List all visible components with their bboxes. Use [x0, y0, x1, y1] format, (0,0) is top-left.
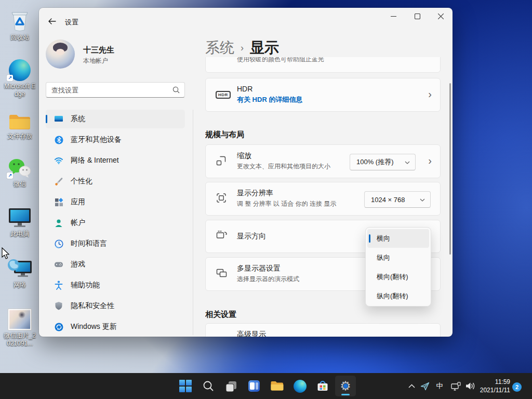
hdr-title: HDR — [237, 85, 252, 93]
orientation-option-landscape[interactable]: 横向 — [367, 229, 429, 248]
breadcrumb-separator: › — [241, 43, 244, 53]
orientation-dropdown-menu: 横向 纵向 横向(翻转) 纵向(翻转) — [365, 227, 431, 307]
chevron-right-icon: › — [428, 154, 432, 166]
resolution-card[interactable]: 显示分辨率 调 整 分辨率 以 适合 你的 连接 显示 532 × 399 — [205, 182, 441, 216]
sidebar-item-accessibility[interactable]: 辅助功能 — [46, 276, 185, 295]
edge-button[interactable] — [289, 376, 310, 396]
option-label: 横向(翻转) — [377, 272, 408, 282]
desktop-icon-edge[interactable]: ↗ Microsoft Edge — [3, 57, 37, 98]
sidebar-item-label: 应用 — [71, 197, 85, 207]
desktop-icon-wechat-image[interactable]: 微信图片_2021091... — [3, 307, 37, 348]
widgets-button[interactable] — [244, 376, 264, 396]
mouse-cursor — [1, 247, 10, 261]
hdr-card[interactable]: HDR HDR 有关 HDR 的详细信息 › — [205, 78, 441, 112]
scale-card[interactable]: 缩放 更改文本、应用和其他项目的大小 100% (推荐) › — [205, 144, 441, 178]
clock-date: 2021/11/11 — [480, 386, 510, 394]
section-header-related: 相关设置 — [205, 310, 236, 320]
search-icon — [172, 86, 180, 94]
night-light-card-clipped[interactable]: 使用较暖的颜色可帮助阻止蓝光 — [205, 57, 441, 73]
volume-tray-button[interactable] — [462, 376, 478, 396]
nav-content-divider — [193, 110, 193, 335]
orientation-option-portrait[interactable]: 纵向 — [367, 248, 429, 267]
option-label: 横向 — [377, 234, 390, 243]
resolution-subtitle: 调 整 分辨率 以 适合 你的 连接 显示 — [237, 200, 336, 208]
advanced-display-card[interactable]: 高级显示 — [205, 323, 441, 337]
sidebar-item-label: 游戏 — [71, 260, 85, 269]
avatar[interactable] — [46, 39, 75, 69]
back-button[interactable] — [44, 14, 60, 29]
desktop-icon-wechat[interactable]: ↗ 微信 — [3, 155, 37, 188]
scale-value: 100% (推荐) — [356, 157, 394, 167]
desktop-icon-label: 此电脑 — [3, 230, 37, 238]
sidebar-item-label: 个性化 — [71, 177, 92, 186]
desktop-icon-label: 微信 — [3, 180, 37, 188]
resolution-dropdown[interactable]: 532 × 399 — [364, 191, 431, 208]
page-title: 显示 — [250, 39, 279, 56]
orientation-option-portrait-flipped[interactable]: 纵向(翻转) — [367, 287, 429, 305]
desktop: 回收站 ↗ Microsoft Edge 文件存放 ↗ — [0, 0, 532, 399]
clock-icon — [54, 239, 63, 248]
image-file-icon — [3, 307, 37, 330]
desktop-icon-label: 文件存放 — [3, 132, 37, 140]
wifi-icon — [54, 156, 63, 165]
close-button[interactable] — [429, 8, 453, 25]
taskbar-clock[interactable]: 11:59 2021/11/11 — [480, 378, 510, 394]
task-view-button[interactable] — [221, 376, 242, 396]
network-tray-button[interactable] — [448, 376, 464, 396]
sidebar-item-label: 辅助功能 — [71, 281, 100, 290]
sidebar-item-label: 时间和语言 — [71, 239, 107, 248]
chevron-right-icon: › — [428, 88, 432, 100]
desktop-icon-this-pc[interactable]: 此电脑 — [3, 205, 37, 238]
update-icon — [54, 322, 63, 331]
minimize-button[interactable] — [381, 8, 405, 25]
sidebar-item-label: 帐户 — [71, 218, 85, 228]
taskbar-search-button[interactable] — [198, 376, 219, 396]
profile-account-type: 本地帐户 — [83, 57, 108, 65]
file-explorer-button[interactable] — [267, 376, 287, 396]
sidebar-item-apps[interactable]: 应用 — [46, 193, 185, 211]
person-icon — [54, 218, 63, 228]
desktop-icon-folder[interactable]: 文件存放 — [3, 107, 37, 140]
start-button[interactable] — [175, 376, 196, 396]
search-input[interactable] — [51, 84, 168, 96]
chevron-down-icon — [405, 161, 410, 164]
taskbar: ⚙ 中 11:59 2021/11/11 — [0, 373, 532, 399]
this-pc-icon — [3, 205, 37, 229]
ime-indicator[interactable]: 中 — [432, 376, 447, 396]
maximize-button[interactable] — [405, 8, 429, 25]
window-title: 设置 — [65, 18, 78, 27]
sidebar-item-bluetooth[interactable]: 蓝牙和其他设备 — [46, 130, 185, 149]
sidebar-item-privacy[interactable]: 隐私和安全性 — [46, 297, 185, 315]
breadcrumb: 系统›显示 — [205, 38, 279, 58]
desktop-icon-recycle-bin[interactable]: 回收站 — [3, 8, 37, 42]
resolution-value: 532 × 399 — [371, 196, 405, 204]
store-icon — [316, 380, 329, 392]
content-scrollbar[interactable] — [449, 83, 451, 255]
notification-badge[interactable]: 2 — [512, 382, 522, 392]
option-label: 纵向(翻转) — [377, 291, 408, 301]
sidebar-item-system[interactable]: 系统 — [46, 110, 185, 128]
sidebar-item-label: 蓝牙和其他设备 — [71, 135, 122, 144]
scale-title: 缩放 — [237, 151, 251, 161]
wechat-icon: ↗ — [3, 155, 37, 179]
profile-name: 十三先生 — [83, 45, 114, 55]
orientation-option-landscape-flipped[interactable]: 横向(翻转) — [367, 268, 429, 286]
hdr-link[interactable]: 有关 HDR 的详细信息 — [237, 95, 302, 104]
advanced-display-title: 高级显示 — [237, 330, 266, 337]
sidebar-item-label: 隐私和安全性 — [71, 301, 114, 311]
sidebar-item-gaming[interactable]: 游戏 — [46, 255, 185, 274]
sidebar-item-network[interactable]: 网络 & Internet — [46, 151, 185, 170]
clock-time: 11:59 — [480, 378, 510, 386]
widgets-icon — [248, 380, 260, 392]
paper-plane-icon — [420, 382, 430, 391]
sidebar-item-accounts[interactable]: 帐户 — [46, 214, 185, 232]
sidebar-item-time-language[interactable]: 时间和语言 — [46, 234, 185, 253]
sidebar-item-personalization[interactable]: 个性化 — [46, 172, 185, 191]
sidebar-item-windows-update[interactable]: Windows 更新 — [46, 317, 185, 336]
settings-button[interactable]: ⚙ — [335, 376, 356, 396]
breadcrumb-parent[interactable]: 系统 — [205, 39, 234, 56]
night-light-subtitle: 使用较暖的颜色可帮助阻止蓝光 — [237, 57, 324, 64]
store-button[interactable] — [312, 376, 333, 396]
tray-app-button[interactable] — [417, 376, 433, 396]
scale-dropdown[interactable]: 100% (推荐) — [350, 154, 416, 170]
